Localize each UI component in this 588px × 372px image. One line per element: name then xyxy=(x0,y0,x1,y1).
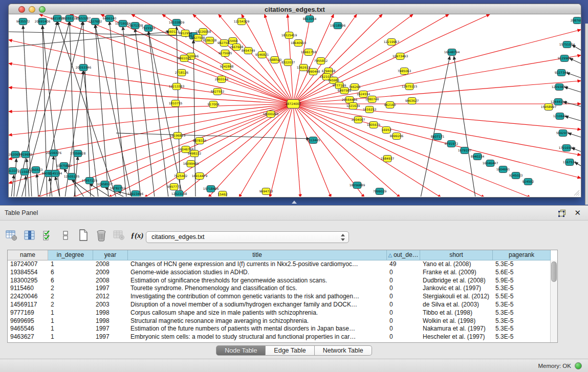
column-header-name[interactable]: name xyxy=(8,250,48,260)
tab-network-table[interactable]: Network Table xyxy=(315,345,372,356)
graph-hub-node[interactable]: 18724007 xyxy=(286,100,301,108)
column-header-out_degree[interactable]: △ out_de… xyxy=(387,250,420,260)
graph-node[interactable]: 7899029 xyxy=(373,188,387,195)
scrollbar-thumb[interactable] xyxy=(551,261,557,282)
graph-node[interactable]: 1584937 xyxy=(381,156,395,162)
graph-node[interactable]: 16914479 xyxy=(192,173,208,180)
graph-node[interactable]: 9435572 xyxy=(16,18,30,25)
graph-node[interactable]: 16648794 xyxy=(444,49,460,56)
panel-splitter[interactable] xyxy=(0,198,588,205)
graph-node[interactable]: 8099206 xyxy=(390,133,404,140)
graph-node[interactable]: 15751074 xyxy=(559,41,575,48)
graph-node[interactable]: 7625402 xyxy=(174,173,188,180)
graph-node[interactable]: 9861025 xyxy=(178,55,191,62)
graph-node[interactable]: 16961758 xyxy=(301,49,317,56)
graph-node[interactable]: 1810755 xyxy=(169,100,183,107)
graph-node[interactable]: 2803144 xyxy=(215,76,229,83)
graph-node[interactable]: 9146821 xyxy=(255,52,269,58)
graph-node[interactable]: 20053346 xyxy=(76,64,92,71)
graph-node[interactable]: 5692971 xyxy=(556,130,570,137)
graph-node[interactable]: 962160 xyxy=(384,102,396,108)
window-resize-grip[interactable] xyxy=(573,189,580,196)
graph-node[interactable]: 1616253 xyxy=(363,106,377,113)
graph-node[interactable]: 8813054 xyxy=(303,16,317,23)
graph-node[interactable]: 7485063 xyxy=(398,68,411,75)
graph-node[interactable]: 20206576 xyxy=(46,150,62,157)
graph-node[interactable]: 16953 xyxy=(381,127,391,134)
table-row[interactable]: 1830029562008Estimation of significance … xyxy=(8,277,557,285)
graph-node[interactable]: 2087682 xyxy=(571,17,581,24)
graph-node[interactable]: 917004 xyxy=(208,101,220,108)
graph-node[interactable]: 6497568 xyxy=(338,87,352,94)
graph-node[interactable]: 9227343 xyxy=(555,70,569,76)
graph-node[interactable]: 8454749 xyxy=(242,48,255,54)
tab-edge-table[interactable]: Edge Table xyxy=(266,345,314,356)
float-panel-icon[interactable] xyxy=(558,209,567,217)
graph-node[interactable]: 9175685 xyxy=(219,50,232,57)
deselect-rows-button[interactable] xyxy=(59,229,72,242)
table-row[interactable]: 2242004622012Investigating the contribut… xyxy=(8,293,557,301)
graph-node[interactable]: 17016504 xyxy=(559,145,575,151)
table-row[interactable]: 1872400712008Changes of HCN gene express… xyxy=(8,260,557,269)
graph-node[interactable]: 12213383 xyxy=(169,83,185,90)
column-header-title[interactable]: title xyxy=(128,250,387,260)
graph-node[interactable]: 924502 xyxy=(522,179,534,185)
table-selector-dropdown[interactable]: citations_edges.txt xyxy=(146,231,349,243)
graph-node[interactable]: 8990448 xyxy=(307,69,320,75)
table-row[interactable]: 1456911722003Disruption of a novel membe… xyxy=(8,301,557,309)
graph-node[interactable]: 9694723 xyxy=(259,188,273,195)
graph-node[interactable]: 16033809 xyxy=(169,19,185,26)
graph-node[interactable]: 1221639 xyxy=(346,103,360,110)
graph-node[interactable]: 1080748 xyxy=(365,96,379,103)
graph-node[interactable]: 8322037 xyxy=(281,59,295,66)
table-row[interactable]: 969969511998Structural magnetic resonanc… xyxy=(8,317,557,325)
graph-node[interactable]: 2718126 xyxy=(175,70,189,76)
column-header-short[interactable]: short xyxy=(420,250,493,260)
window-titlebar[interactable]: citations_edges.txt xyxy=(8,4,581,14)
delete-row-button[interactable] xyxy=(95,229,108,242)
table-scrollbar[interactable] xyxy=(550,260,557,342)
graph-node[interactable]: 12505135 xyxy=(64,173,80,180)
graph-node[interactable]: 12975115 xyxy=(402,83,418,90)
close-panel-icon[interactable]: ✕ xyxy=(574,208,581,218)
graph-node[interactable]: 16782759 xyxy=(110,185,126,192)
table-row[interactable]: 946554611997Estimation of the future num… xyxy=(8,325,557,333)
graph-node[interactable]: 20564486 xyxy=(342,97,358,103)
column-header-pagerank[interactable]: pagerank xyxy=(493,250,551,260)
graph-node[interactable]: 17359928 xyxy=(70,150,86,157)
graph-node[interactable]: 1679197 xyxy=(458,147,472,154)
column-header-in_degree[interactable]: in_degree xyxy=(48,250,93,260)
graph-node[interactable]: 9463627 xyxy=(405,98,419,104)
graph-node[interactable]: 12023148 xyxy=(171,191,187,197)
graph-node[interactable]: 1513445 xyxy=(307,137,320,144)
function-builder-button[interactable]: ƒ(x) xyxy=(130,229,144,242)
graph-node[interactable]: 18056889 xyxy=(350,182,365,189)
graph-node[interactable]: 18300295 xyxy=(263,111,279,118)
graph-node[interactable]: 18640910 xyxy=(291,40,307,47)
graph-node[interactable]: 7515526 xyxy=(142,25,156,32)
select-all-button[interactable] xyxy=(41,229,54,242)
graph-node[interactable]: 9242848 xyxy=(220,63,234,70)
graph-node[interactable]: 10923446 xyxy=(128,191,144,197)
network-canvas[interactable]: 9435572206914061821858160551161065328715… xyxy=(8,14,581,198)
table-row[interactable]: 946362711997Embryonic stem cells: a mode… xyxy=(8,333,557,341)
graph-node[interactable]: 15958997 xyxy=(541,104,557,111)
graph-node[interactable]: 7955812 xyxy=(314,58,328,64)
graph-node[interactable]: 8940234 xyxy=(471,154,485,160)
graph-node[interactable]: 1210643 xyxy=(553,113,567,120)
graph-node[interactable]: 15462 xyxy=(217,191,227,197)
column-header-year[interactable]: year xyxy=(93,250,128,260)
graph-node[interactable]: 12093872 xyxy=(552,84,568,91)
graph-node[interactable]: 8186328 xyxy=(203,37,217,44)
graph-node[interactable]: 16046447 xyxy=(483,160,498,167)
graph-node[interactable]: 20691406 xyxy=(35,18,51,25)
graph-node[interactable]: 19196823 xyxy=(170,133,186,139)
show-columns-button[interactable] xyxy=(23,229,36,242)
new-table-button[interactable] xyxy=(77,229,90,242)
graph-node[interactable]: 1527602 xyxy=(89,18,102,25)
graph-node[interactable]: 9129966 xyxy=(558,55,572,62)
graph-node[interactable]: 9245023 xyxy=(509,172,523,179)
graph-node[interactable]: 16099489 xyxy=(183,161,199,167)
table-row[interactable]: 977716911998Corpus callosum shape and si… xyxy=(8,309,557,317)
table-settings-button[interactable] xyxy=(5,229,18,242)
